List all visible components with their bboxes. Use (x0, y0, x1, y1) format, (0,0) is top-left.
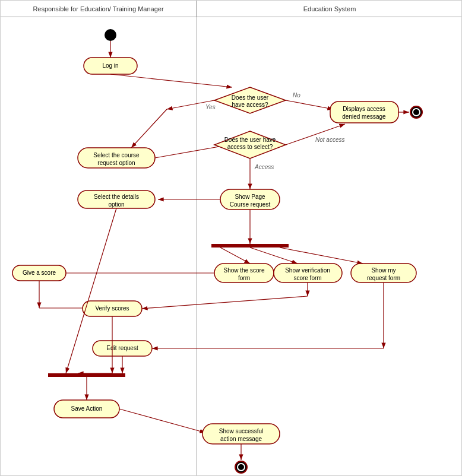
diamond-access-label1: Does the user (232, 94, 269, 101)
yes-label: Yes (205, 104, 216, 110)
score-form-label2: form (238, 275, 250, 281)
arrow-login-diamond1 (110, 74, 232, 87)
start-node (105, 29, 116, 41)
access-denied-label2: denied message (342, 113, 386, 120)
show-page-label1: Show Page (235, 193, 265, 200)
arrow-fork-requestform (280, 247, 363, 264)
select-details-label1: Select the details (94, 193, 139, 200)
verify-scores-label: Verify scores (95, 305, 129, 312)
show-page-label2: Course request (230, 201, 271, 208)
end-node-denied-fill (413, 109, 419, 115)
select-course-label1: Select the course (93, 152, 140, 158)
not-access-label: Not access (315, 137, 344, 143)
verification-form-label1: Show verification (285, 267, 330, 274)
diagram-header: Responsible for Education/ Training Mana… (1, 1, 462, 17)
diagram-container: Responsible for Education/ Training Mana… (0, 0, 462, 476)
score-form-label1: Show the score (224, 267, 265, 274)
arrow-yes-select (131, 109, 167, 148)
arrow-verificationform-verify (142, 296, 308, 309)
header-left-label: Responsible for Education/ Training Mana… (1, 1, 197, 17)
access-label: Access (254, 164, 274, 170)
my-request-form-label2: request form (367, 275, 400, 281)
header-right-label: Education System (197, 1, 462, 17)
access-denied-label1: Displays access (343, 106, 385, 112)
verification-form-label2: score form (293, 275, 321, 281)
select-details-label2: option (108, 201, 124, 208)
diamond-access-select-label2: access to select? (227, 144, 273, 150)
show-successful-label2: action message (220, 436, 262, 442)
show-successful-label1: Show successful (219, 428, 263, 434)
arrow-diamond-denied (286, 100, 333, 109)
select-course-label2: request option (97, 160, 135, 166)
arrow-select-diamond2 (155, 145, 229, 158)
save-action-label: Save Action (71, 405, 103, 412)
arrow-fork-scoreform (220, 247, 250, 264)
join-bar (48, 373, 125, 377)
diagram-svg: Log in Does the user have access? No Dis… (1, 17, 462, 476)
diamond-access-label2: have access? (232, 101, 268, 108)
fork-bar (211, 244, 289, 247)
arrow-save-showsuccessful (119, 409, 205, 433)
give-score-label: Give a score (23, 269, 56, 276)
login-label: Log in (102, 62, 118, 69)
diamond-access-select-label1: Does the user have (224, 137, 276, 143)
edit-request-label: Edit request (106, 345, 138, 351)
end-node-final-fill (238, 464, 244, 470)
my-request-form-label1: Show my (371, 267, 395, 274)
no-label: No (293, 92, 300, 99)
